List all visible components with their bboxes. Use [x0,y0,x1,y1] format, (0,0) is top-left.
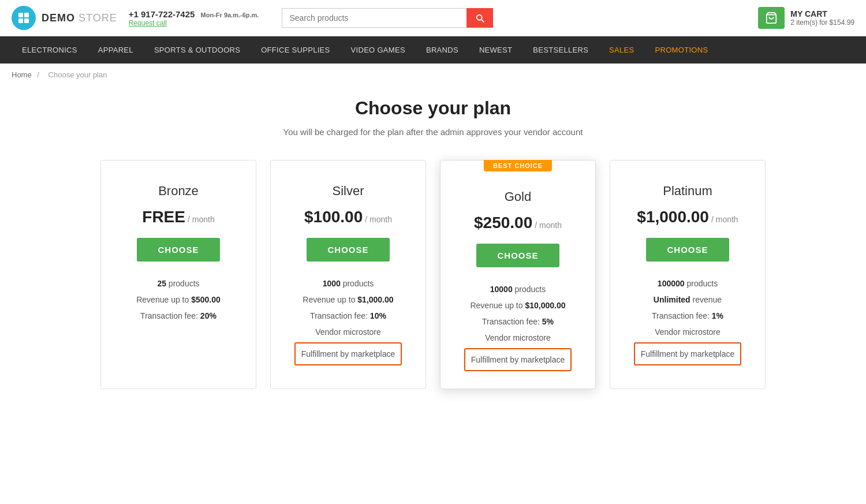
plan-period-platinum: / month [711,215,738,224]
cart-title: MY CART [790,9,854,18]
nav-item-newest[interactable]: NEWEST [469,36,522,64]
feature-products-gold: 10000 products [464,281,572,297]
page-subtitle: You will be charged for the plan after t… [12,127,854,137]
plan-price-gold: $250.00 [474,214,532,232]
plan-price-row-gold: $250.00 / month [474,214,562,232]
plan-name-silver: Silver [332,184,364,199]
logo-text: DEMO STORE [42,12,117,24]
nav-item-bestsellers[interactable]: BESTSELLERS [522,36,599,64]
feature-revenue-gold: Revenue up to $10,000.00 [464,297,572,313]
cart-info: MY CART 2 item(s) for $154.99 [790,9,854,27]
svg-rect-2 [18,18,23,23]
feature-transaction-bronze: Transaction fee: 20% [136,308,221,324]
nav-item-apparel[interactable]: APPAREL [88,36,144,64]
svg-rect-0 [18,13,23,17]
cart-icon [765,12,778,24]
plan-price-row-silver: $100.00 / month [304,208,392,226]
choose-button-gold[interactable]: CHOOSE [476,244,559,267]
breadcrumb-current: Choose your plan [48,70,107,79]
logo-icon [12,6,36,30]
plan-name-platinum: Platinum [663,184,712,199]
logo-area: DEMO STORE [12,6,117,30]
plan-features-bronze: 25 products Revenue up to $500.00 Transa… [136,275,221,324]
plan-price-row-bronze: FREE / month [142,208,214,226]
plan-period-silver: / month [365,215,392,224]
feature-revenue-bronze: Revenue up to $500.00 [136,292,221,308]
plan-features-platinum: 100000 products Unlimited revenue Transa… [634,275,742,365]
phone-number: +1 917-722-7425 Mon-Fr 9a.m.-6p.m. [129,9,259,19]
plan-card-platinum: Platinum $1,000.00 / month CHOOSE 100000… [610,160,766,389]
main-content: Choose your plan You will be charged for… [0,86,866,424]
choose-button-bronze[interactable]: CHOOSE [137,238,219,262]
plan-card-bronze: Bronze FREE / month CHOOSE 25 products R… [100,160,256,389]
feature-revenue-platinum: Unlimited revenue [634,292,742,308]
plan-name-bronze: Bronze [158,184,199,199]
feature-microstore-silver: Vendor microstore [294,324,402,340]
plan-price-platinum: $1,000.00 [637,208,709,226]
feature-products-silver: 1000 products [294,275,402,292]
plan-features-gold: 10000 products Revenue up to $10,000.00 … [464,281,572,371]
breadcrumb-separator: / [37,70,39,79]
breadcrumb-home[interactable]: Home [12,70,32,79]
contact-area: +1 917-722-7425 Mon-Fr 9a.m.-6p.m. Reque… [129,9,259,27]
nav-item-sports[interactable]: SPORTS & OUTDOORS [144,36,251,64]
request-call-link[interactable]: Request call [129,19,259,27]
feature-transaction-gold: Transaction fee: 5% [464,313,572,330]
plan-name-gold: Gold [505,189,531,204]
cart-area[interactable]: MY CART 2 item(s) for $154.99 [758,7,854,29]
feature-fulfillment-gold: Fulfillment by marketplace [464,348,572,371]
feature-microstore-gold: Vendor microstore [464,330,572,346]
feature-revenue-silver: Revenue up to $1,000.00 [294,292,402,308]
plan-period-bronze: / month [188,215,215,224]
plan-card-silver: Silver $100.00 / month CHOOSE 1000 produ… [270,160,426,389]
svg-rect-1 [24,13,29,17]
feature-transaction-platinum: Transaction fee: 1% [634,308,742,324]
header: DEMO STORE +1 917-722-7425 Mon-Fr 9a.m.-… [0,0,866,36]
feature-transaction-silver: Transaction fee: 10% [294,308,402,324]
main-navigation: ELECTRONICS APPAREL SPORTS & OUTDOORS OF… [0,36,866,64]
feature-products-bronze: 25 products [136,275,221,292]
plan-card-gold: BEST CHOICE Gold $250.00 / month CHOOSE … [440,160,596,389]
breadcrumb: Home / Choose your plan [0,64,866,86]
feature-fulfillment-platinum: Fulfillment by marketplace [634,342,742,365]
cart-icon-wrap [758,7,785,29]
nav-item-brands[interactable]: BRANDS [416,36,469,64]
search-button[interactable] [466,8,493,28]
search-area [282,8,735,28]
cart-subtitle: 2 item(s) for $154.99 [790,18,854,27]
feature-microstore-platinum: Vendor microstore [634,324,742,340]
nav-item-videogames[interactable]: VIDEO GAMES [341,36,416,64]
choose-button-silver[interactable]: CHOOSE [307,238,389,262]
plan-period-gold: / month [535,221,562,230]
page-title: Choose your plan [12,98,854,119]
nav-item-sales[interactable]: SALES [599,36,644,64]
svg-rect-3 [24,18,29,23]
plans-grid: Bronze FREE / month CHOOSE 25 products R… [12,160,854,389]
feature-products-platinum: 100000 products [634,275,742,292]
plan-price-silver: $100.00 [304,208,363,226]
nav-item-electronics[interactable]: ELECTRONICS [12,36,88,64]
plan-features-silver: 1000 products Revenue up to $1,000.00 Tr… [294,275,402,365]
choose-button-platinum[interactable]: CHOOSE [646,238,729,262]
nav-item-promotions[interactable]: PROMOTIONS [645,36,719,64]
nav-item-office[interactable]: OFFICE SUPPLIES [251,36,340,64]
plan-price-row-platinum: $1,000.00 / month [637,208,738,226]
best-choice-badge: BEST CHOICE [484,160,552,171]
search-input[interactable] [282,8,466,28]
feature-fulfillment-silver: Fulfillment by marketplace [294,342,402,365]
plan-price-bronze: FREE [142,208,185,226]
